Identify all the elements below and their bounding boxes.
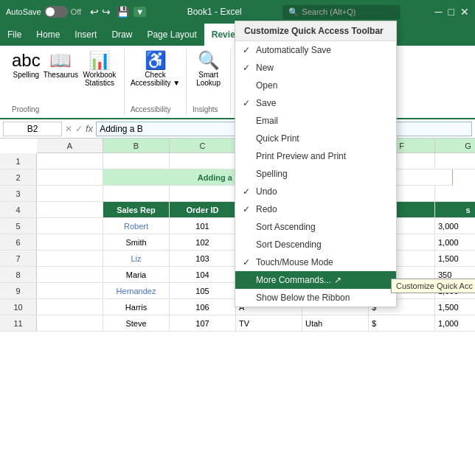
cell[interactable]: 106: [170, 299, 236, 315]
dropdown-item-undo[interactable]: Undo: [235, 183, 396, 200]
cell[interactable]: [37, 299, 103, 315]
dropdown-item-redo[interactable]: Redo: [235, 200, 396, 218]
insights-group-label: Insights: [193, 105, 224, 113]
cell[interactable]: Hernandez: [103, 283, 170, 299]
window-title: Book1 - Excel: [146, 7, 282, 17]
cell-reference-box[interactable]: [3, 122, 62, 136]
dropdown-item-sort-asc[interactable]: Sort Ascending: [235, 218, 396, 236]
cell[interactable]: 1,500: [435, 299, 475, 315]
cell[interactable]: 1,000: [435, 315, 475, 332]
smart-lookup-button[interactable]: 🔍 SmartLookup: [193, 50, 224, 87]
cell[interactable]: [435, 186, 475, 202]
cell[interactable]: [37, 218, 103, 234]
tab-insert[interactable]: Insert: [67, 24, 104, 46]
cell[interactable]: 107: [170, 315, 236, 332]
workbook-stats-button[interactable]: 📊 WorkbookStatistics: [81, 50, 118, 87]
title-bar-left: AutoSave Off ↩ ↪ 💾 ▼: [6, 6, 146, 18]
dropdown-item-print-preview[interactable]: Print Preview and Print: [235, 147, 396, 165]
header-cell: Order ID: [170, 202, 236, 218]
dropdown-item-new[interactable]: New: [235, 59, 396, 77]
search-bar[interactable]: 🔍 Search (Alt+Q): [282, 5, 401, 19]
cell[interactable]: [103, 186, 170, 202]
cell[interactable]: [435, 153, 475, 169]
close-icon[interactable]: ✕: [460, 6, 469, 18]
maximize-icon[interactable]: □: [448, 6, 454, 18]
cell[interactable]: 3,000: [435, 218, 475, 234]
tab-file[interactable]: File: [0, 24, 29, 46]
header-cell: s: [435, 202, 475, 218]
dropdown-title: Customize Quick Access Toolbar: [235, 21, 396, 41]
cell[interactable]: 1,500: [435, 251, 475, 267]
formula-cancel-icon[interactable]: ✕: [65, 124, 72, 134]
cell[interactable]: 1,000: [435, 234, 475, 251]
cell[interactable]: [37, 153, 103, 169]
cell[interactable]: 350: [435, 267, 475, 283]
dropdown-item-sort-desc[interactable]: Sort Descending: [235, 236, 396, 253]
col-header-c[interactable]: C: [170, 139, 236, 153]
dropdown-item-quick-print[interactable]: Quick Print: [235, 130, 396, 147]
cell[interactable]: [37, 202, 103, 218]
dropdown-item-spelling[interactable]: Spelling: [235, 165, 396, 183]
thesaurus-label: Thesaurus: [44, 71, 78, 79]
minimize-icon[interactable]: ─: [435, 6, 443, 18]
cell[interactable]: Robert: [103, 218, 170, 234]
autosave-toggle[interactable]: [44, 6, 68, 18]
toggle-state-label: Off: [71, 7, 81, 16]
cell[interactable]: TV: [236, 315, 302, 332]
cell[interactable]: Harris: [103, 299, 170, 315]
row-num: 7: [0, 251, 37, 267]
row-num: 10: [0, 299, 37, 315]
row-num: 1: [0, 153, 37, 169]
spelling-button[interactable]: abc Spelling: [12, 50, 41, 87]
cell[interactable]: 1,000: [435, 283, 475, 299]
cell[interactable]: Smith: [103, 234, 170, 251]
col-header-a[interactable]: A: [37, 139, 103, 153]
dropdown-item-show-below[interactable]: Show Below the Ribbon: [235, 289, 396, 307]
cell[interactable]: Maria: [103, 267, 170, 283]
cell[interactable]: [170, 186, 236, 202]
cell[interactable]: [37, 169, 103, 186]
cell[interactable]: [37, 251, 103, 267]
check-accessibility-button[interactable]: ♿ CheckAccessibility ▼: [131, 50, 180, 87]
thesaurus-button[interactable]: 📖 Thesaurus: [44, 50, 78, 87]
cell[interactable]: [37, 283, 103, 299]
cell[interactable]: Utah: [302, 315, 369, 332]
save-icon[interactable]: 💾: [117, 6, 129, 18]
tab-home[interactable]: Home: [29, 24, 67, 46]
dropdown-item-touch[interactable]: Touch/Mouse Mode: [235, 253, 396, 271]
formula-confirm-icon[interactable]: ✓: [75, 124, 83, 134]
col-header-g[interactable]: G: [435, 139, 475, 153]
cell[interactable]: Steve: [103, 315, 170, 332]
cell[interactable]: 101: [170, 218, 236, 234]
cell[interactable]: [37, 186, 103, 202]
cell[interactable]: 105: [170, 283, 236, 299]
tab-page-layout[interactable]: Page Layout: [139, 24, 204, 46]
cursor-indicator: ↗: [334, 275, 341, 285]
insights-group: 🔍 SmartLookup Insights: [187, 49, 231, 115]
cell[interactable]: 102: [170, 234, 236, 251]
dropdown-item-save[interactable]: Save: [235, 94, 396, 112]
dropdown-item-email[interactable]: Email: [235, 112, 396, 130]
customize-qat-dropdown[interactable]: Customize Quick Access Toolbar Automatic…: [235, 21, 397, 307]
cell[interactable]: Liz: [103, 251, 170, 267]
dropdown-item-more-commands[interactable]: More Commands... ↗: [235, 271, 396, 289]
cell[interactable]: [170, 153, 236, 169]
dropdown-item-autosave[interactable]: Automatically Save: [235, 41, 396, 59]
qat-arrow[interactable]: ▼: [134, 7, 146, 17]
smart-lookup-label: SmartLookup: [196, 71, 221, 87]
tab-draw[interactable]: Draw: [104, 24, 139, 46]
proofing-group: abc Spelling 📖 Thesaurus 📊 WorkbookStati…: [6, 49, 125, 115]
cell[interactable]: [37, 234, 103, 251]
cell[interactable]: [37, 267, 103, 283]
row-num: 9: [0, 283, 37, 299]
cell[interactable]: $: [369, 315, 435, 332]
cell[interactable]: [103, 153, 170, 169]
undo-icon[interactable]: ↩: [90, 6, 99, 18]
table-row: 11 Steve 107 TV Utah $ 1,000: [0, 315, 475, 332]
cell[interactable]: [37, 315, 103, 332]
cell[interactable]: 103: [170, 251, 236, 267]
cell[interactable]: 104: [170, 267, 236, 283]
redo-icon[interactable]: ↪: [102, 6, 111, 18]
col-header-b[interactable]: B: [103, 139, 170, 153]
dropdown-item-open[interactable]: Open: [235, 77, 396, 94]
